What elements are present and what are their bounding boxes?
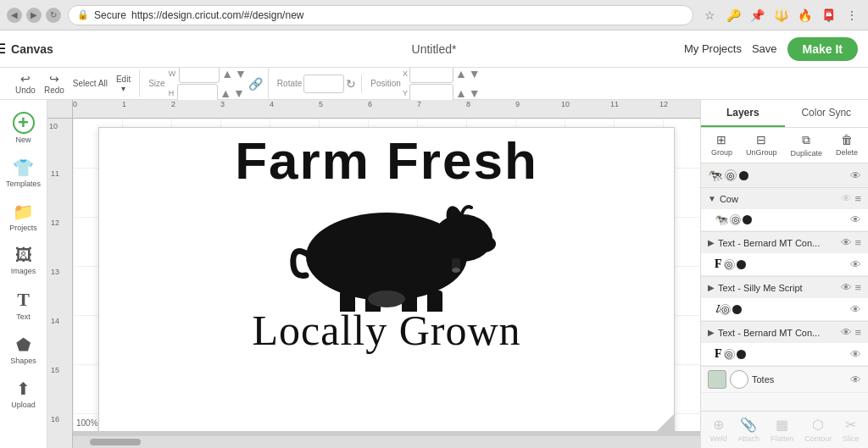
secure-label: Secure <box>94 9 126 21</box>
bernard1-item-eye[interactable]: 👁 <box>850 258 861 271</box>
canvas-area[interactable]: 0 1 2 3 4 5 6 7 8 9 10 11 12 10 11 12 13 <box>47 100 700 448</box>
duplicate-button[interactable]: ⧉ Duplicate <box>790 133 822 158</box>
refresh-button[interactable]: ↻ <box>46 8 61 23</box>
lock-icon[interactable]: 🔗 <box>248 77 263 91</box>
fill-circle-top <box>739 171 748 180</box>
silly-header[interactable]: ▶ Text - Silly Me Script 👁 ≡ <box>701 277 868 298</box>
sidebar-item-projects[interactable]: 📁 Projects <box>3 196 45 237</box>
bernard1-eye-icon[interactable]: 👁 <box>841 236 852 249</box>
text-bernard2-header[interactable]: ▶ Text - Bernard MT Con... 👁 ≡ <box>701 322 868 343</box>
cow-group-name: Cow <box>720 194 838 204</box>
tote-circle-swatch[interactable] <box>730 370 748 389</box>
templates-label: Templates <box>6 180 41 188</box>
ext5-icon[interactable]: 📮 <box>819 6 837 25</box>
y-down-arrow[interactable]: ▼ <box>469 86 481 100</box>
ext4-icon[interactable]: 🔥 <box>795 6 814 25</box>
undo-button[interactable]: ↩ Undo <box>12 70 39 97</box>
ruler-h-9: 9 <box>515 100 520 108</box>
width-down-arrow[interactable]: ▼ <box>235 67 247 80</box>
rotate-icon: ↻ <box>346 77 356 91</box>
contour-button[interactable]: ⬡ Contour <box>804 417 832 443</box>
target-icon-silly: ◎ <box>720 304 731 315</box>
panel-actions: ⊞ Group ⊟ UnGroup ⧉ Duplicate 🗑 Delete <box>701 128 868 163</box>
ungroup-button[interactable]: ⊟ UnGroup <box>746 133 777 158</box>
star-icon[interactable]: ☆ <box>700 6 719 25</box>
make-it-button[interactable]: Make It <box>787 37 858 61</box>
silly-drag-icon[interactable]: ≡ <box>854 281 861 294</box>
flatten-button[interactable]: ▦ Flatten <box>771 417 794 443</box>
save-button[interactable]: Save <box>752 42 777 55</box>
x-down-arrow[interactable]: ▼ <box>469 67 481 80</box>
drag-handle-icon[interactable]: ≡ <box>854 192 861 205</box>
bernard2-item-eye[interactable]: 👁 <box>850 348 861 361</box>
canvas-label: Canvas <box>11 42 53 56</box>
redo-icon: ↪ <box>49 72 59 86</box>
sidebar-item-shapes[interactable]: ⬟ Shapes <box>3 329 45 370</box>
edit-button[interactable]: Edit ▾ <box>113 73 134 95</box>
sidebar-item-text[interactable]: T Text <box>3 284 45 326</box>
cow-group-header[interactable]: ▼ Cow 👁 ≡ <box>701 188 868 209</box>
ruler-h-5: 5 <box>319 100 323 108</box>
eye-hidden-icon[interactable]: 👁 <box>841 192 852 205</box>
slice-button[interactable]: ✂ Slice <box>843 417 860 443</box>
templates-icon: 👕 <box>13 158 34 178</box>
attach-button[interactable]: 📎 Attach <box>738 417 760 443</box>
width-up-arrow[interactable]: ▲ <box>221 67 233 80</box>
forward-button[interactable]: ▶ <box>26 8 42 23</box>
left-sidebar: + New 👕 Templates 📁 Projects 🖼 Images T … <box>0 100 47 448</box>
bernard2-eye-icon[interactable]: 👁 <box>841 326 852 339</box>
back-button[interactable]: ◀ <box>7 8 22 23</box>
address-bar[interactable]: 🔒 Secure https://design.cricut.com/#/des… <box>68 5 693 25</box>
canvas-scrollbar-h[interactable] <box>73 436 700 448</box>
text-bernard1-header[interactable]: ▶ Text - Bernard MT Con... 👁 ≡ <box>701 232 868 253</box>
canvas-scrollbar-h-thumb[interactable] <box>90 439 141 445</box>
ruler-vertical: 10 11 12 13 14 15 16 <box>47 119 73 448</box>
height-up-arrow[interactable]: ▲ <box>220 86 231 100</box>
app-header: ☰ Canvas Untitled* My Projects Save Make… <box>0 30 868 68</box>
cow-item-eye[interactable]: 👁 <box>850 213 861 226</box>
fill-bernard1 <box>737 260 746 269</box>
fill-bernard2 <box>737 350 746 359</box>
cow-image <box>276 180 497 314</box>
eye-icon-top[interactable]: 👁 <box>850 169 861 182</box>
ext2-icon[interactable]: 📌 <box>748 6 766 25</box>
text-bernard1-items: F ◎ 👁 <box>701 253 868 276</box>
delete-button[interactable]: 🗑 Delete <box>836 133 858 158</box>
menu-icon[interactable]: ⋮ <box>843 6 861 25</box>
sidebar-item-images[interactable]: 🖼 Images <box>3 241 45 280</box>
panel-tabs: Layers Color Sync <box>701 100 868 128</box>
select-all-button[interactable]: Select All <box>70 77 111 90</box>
bernard2-drag-icon[interactable]: ≡ <box>854 326 861 339</box>
tote-swatch[interactable] <box>708 370 726 389</box>
x-up-arrow[interactable]: ▲ <box>455 67 467 80</box>
redo-button[interactable]: ↪ Redo <box>41 70 68 97</box>
weld-button[interactable]: ⊕ Weld <box>709 417 726 443</box>
y-up-arrow[interactable]: ▲ <box>455 86 467 100</box>
cow-group-icons: 👁 ≡ <box>841 192 861 205</box>
sidebar-item-templates[interactable]: 👕 Templates <box>3 152 45 193</box>
tote-layer-item: Totes 👁 <box>701 367 868 393</box>
my-projects-button[interactable]: My Projects <box>684 42 742 55</box>
shapes-label: Shapes <box>10 357 36 365</box>
bernard1-drag-icon[interactable]: ≡ <box>854 236 861 249</box>
tote-eye[interactable]: 👁 <box>850 373 861 386</box>
tab-color-sync[interactable]: Color Sync <box>785 100 869 127</box>
ext1-icon[interactable]: 🔑 <box>724 6 743 25</box>
canvas-content[interactable]: Farm Fresh <box>73 119 700 431</box>
projects-label: Projects <box>9 224 37 232</box>
silly-item-eye[interactable]: 👁 <box>850 303 861 316</box>
sidebar-item-new[interactable]: + New <box>3 107 45 149</box>
group-button[interactable]: ⊞ Group <box>711 133 732 158</box>
f-icon-bernard1: F <box>715 257 722 271</box>
rotate-input[interactable] <box>303 75 344 93</box>
cow-layer-items: 🐄 ◎ 👁 <box>701 209 868 231</box>
ruler-v-13: 13 <box>51 268 59 276</box>
silly-eye-icon[interactable]: 👁 <box>841 281 852 294</box>
ext3-icon[interactable]: 🔱 <box>771 6 790 25</box>
menu-button[interactable]: ☰ Canvas <box>0 30 47 68</box>
ruler-h-11: 11 <box>610 100 619 108</box>
height-down-arrow[interactable]: ▼ <box>233 86 245 100</box>
sidebar-item-upload[interactable]: ⬆ Upload <box>3 373 45 414</box>
right-panel: Layers Color Sync ⊞ Group ⊟ UnGroup ⧉ Du… <box>700 100 868 448</box>
tab-layers[interactable]: Layers <box>701 100 785 127</box>
